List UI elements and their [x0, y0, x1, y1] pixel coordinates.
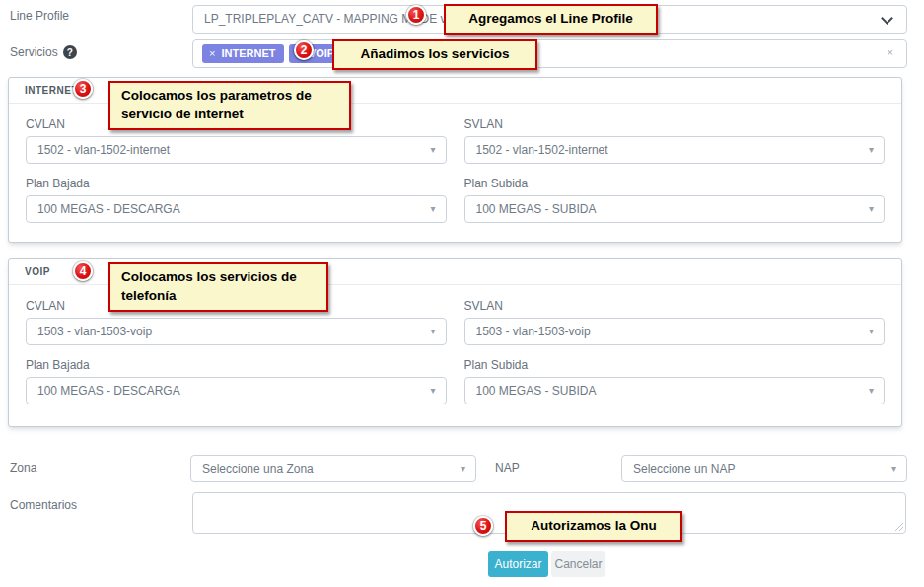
internet-plan-subida-field: Plan Subida 100 MEGAS - SUBIDA ▾ [464, 177, 886, 223]
voip-svlan-field: SVLAN 1503 - vlan-1503-voip ▾ [464, 299, 886, 345]
cvlan-value: 1502 - vlan-1502-internet [37, 143, 170, 157]
plan-bajada-label: Plan Bajada [26, 358, 447, 372]
caret-down-icon: ▾ [869, 319, 874, 344]
tag-remove-icon[interactable]: × [209, 48, 215, 59]
caret-down-icon: ▾ [461, 456, 465, 481]
annotation-internet: Colocamos los parametros de servicio de … [108, 81, 351, 130]
zona-select[interactable]: Seleccione una Zona ▾ [190, 455, 476, 482]
svlan-value: 1502 - vlan-1502-internet [476, 143, 608, 157]
internet-svlan-field: SVLAN 1502 - vlan-1502-internet ▾ [464, 117, 886, 164]
service-tag-internet: × INTERNET [202, 44, 284, 63]
resize-handle[interactable] [893, 521, 903, 531]
help-icon[interactable]: ? [63, 45, 77, 59]
tag-label: INTERNET [221, 48, 275, 59]
plan-subida-label: Plan Subida [464, 358, 886, 372]
internet-cvlan-select[interactable]: 1502 - vlan-1502-internet ▾ [26, 136, 447, 164]
internet-plan-bajada-select[interactable]: 100 MEGAS - DESCARGA ▾ [26, 195, 447, 223]
cvlan-value: 1503 - vlan-1503-voip [37, 325, 152, 338]
voip-plan-bajada-field: Plan Bajada 100 MEGAS - DESCARGA ▾ [26, 358, 447, 404]
internet-svlan-select[interactable]: 1502 - vlan-1502-internet ▾ [464, 136, 886, 164]
voip-cvlan-select[interactable]: 1503 - vlan-1503-voip ▾ [26, 318, 447, 345]
caret-down-icon: ▾ [430, 319, 435, 344]
voip-plan-subida-field: Plan Subida 100 MEGAS - SUBIDA ▾ [464, 358, 886, 404]
servicios-label: Servicios ? [10, 45, 77, 59]
line-profile-label: Line Profile [10, 9, 69, 23]
zona-value: Seleccione una Zona [202, 462, 314, 476]
plan-subida-value: 100 MEGAS - SUBIDA [476, 384, 597, 398]
step-badge-3: 3 [73, 79, 93, 99]
zona-label-text: Zona [10, 461, 36, 475]
autorizar-button[interactable]: Autorizar [488, 551, 548, 577]
svlan-label: SVLAN [464, 117, 886, 131]
step-badge-2: 2 [294, 40, 314, 60]
plan-bajada-label: Plan Bajada [26, 177, 447, 190]
annotation-servicios: Añadimos los servicios [332, 39, 537, 70]
plan-subida-label: Plan Subida [464, 177, 886, 190]
chevron-down-icon [883, 14, 891, 23]
voip-plan-subida-select[interactable]: 100 MEGAS - SUBIDA ▾ [464, 377, 886, 404]
comentarios-label-text: Comentarios [10, 498, 77, 512]
servicios-label-text: Servicios [10, 45, 58, 59]
caret-down-icon: ▾ [430, 196, 435, 222]
step-badge-5: 5 [473, 516, 493, 536]
caret-down-icon: ▾ [869, 196, 874, 222]
internet-plan-subida-select[interactable]: 100 MEGAS - SUBIDA ▾ [464, 195, 886, 223]
plan-bajada-value: 100 MEGAS - DESCARGA [37, 202, 180, 216]
help-glyph: ? [67, 47, 73, 58]
plan-subida-value: 100 MEGAS - SUBIDA [476, 202, 597, 216]
caret-down-icon: ▾ [869, 378, 874, 404]
svlan-label: SVLAN [464, 299, 886, 313]
plan-bajada-value: 100 MEGAS - DESCARGA [37, 384, 180, 398]
voip-svlan-select[interactable]: 1503 - vlan-1503-voip ▾ [464, 318, 886, 345]
internet-plan-bajada-field: Plan Bajada 100 MEGAS - DESCARGA ▾ [26, 177, 447, 223]
zona-label: Zona [10, 461, 36, 475]
step-badge-4: 4 [73, 261, 93, 281]
caret-down-icon: ▾ [891, 456, 896, 481]
caret-down-icon: ▾ [430, 378, 435, 404]
step-badge-1: 1 [406, 5, 426, 25]
voip-plan-bajada-select[interactable]: 100 MEGAS - DESCARGA ▾ [26, 377, 447, 404]
nap-label-text: NAP [495, 461, 520, 475]
nap-label: NAP [495, 461, 520, 475]
clear-icon[interactable]: × [888, 47, 893, 58]
nap-value: Seleccione un NAP [633, 462, 735, 476]
comentarios-label: Comentarios [10, 498, 77, 512]
cancelar-button[interactable]: Cancelar [551, 551, 605, 577]
svlan-value: 1503 - vlan-1503-voip [476, 325, 591, 338]
annotation-voip: Colocamos los servicios de telefonía [108, 262, 328, 312]
onu-authorization-form: Line Profile LP_TRIPLEPLAY_CATV - MAPPIN… [0, 0, 924, 587]
annotation-autorizar: Autorizamos la Onu [505, 511, 682, 542]
annotation-line-profile: Agregamos el Line Profile [444, 4, 658, 35]
line-profile-label-text: Line Profile [10, 9, 69, 23]
caret-down-icon: ▾ [869, 137, 874, 163]
nap-select[interactable]: Seleccione un NAP ▾ [621, 455, 907, 482]
caret-down-icon: ▾ [430, 137, 435, 163]
